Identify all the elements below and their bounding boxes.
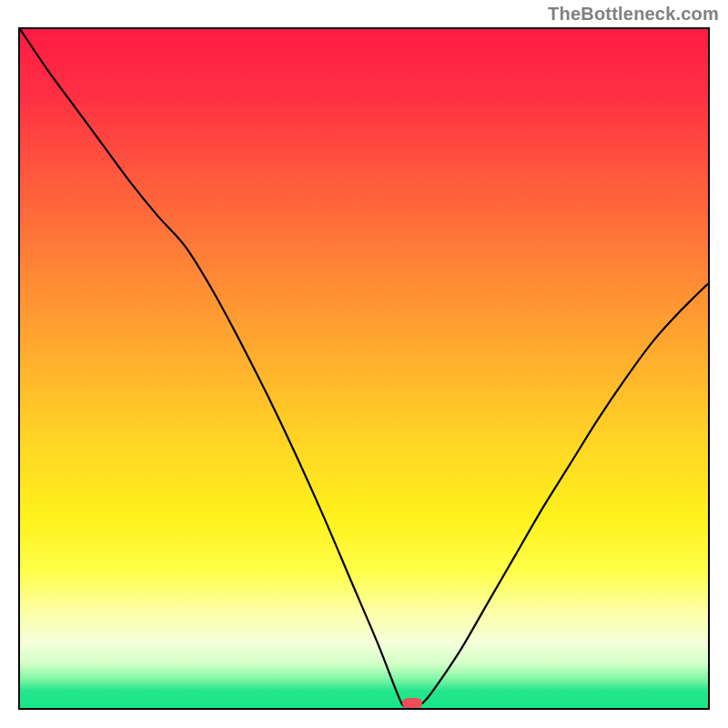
chart-svg: [20, 29, 708, 708]
minimum-marker: [402, 698, 422, 709]
gradient-background: [20, 29, 708, 708]
watermark-text: TheBottleneck.com: [548, 4, 719, 25]
plot-area: [18, 27, 710, 710]
chart-container: TheBottleneck.com: [0, 0, 728, 728]
